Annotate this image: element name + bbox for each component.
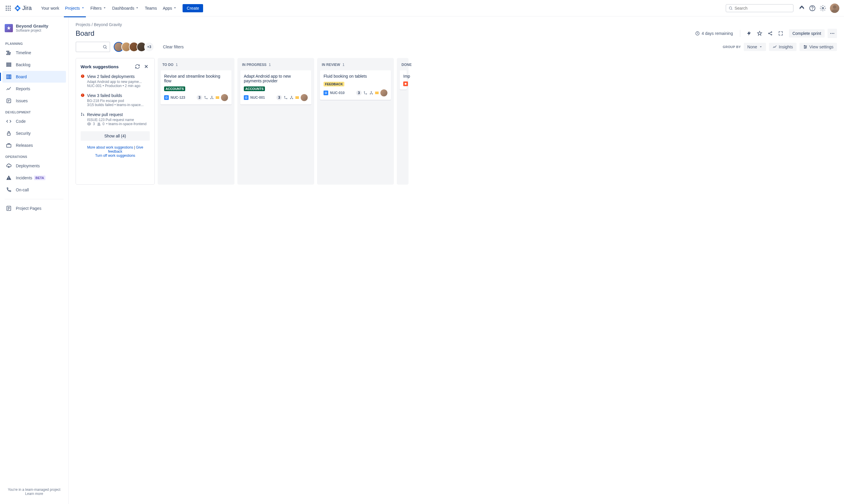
- suggestions-title: Work suggestions: [80, 64, 132, 69]
- story-points: 3: [356, 90, 362, 95]
- sidebar-item-backlog[interactable]: Backlog: [2, 59, 66, 71]
- sidebar-item-code[interactable]: Code: [2, 115, 66, 127]
- sidebar-item-label: Board: [16, 74, 27, 79]
- jira-logo[interactable]: Jira: [14, 5, 32, 12]
- insights-button[interactable]: Insights: [769, 43, 796, 51]
- sidebar-item-releases[interactable]: Releases: [2, 140, 66, 151]
- sidebar-item-security[interactable]: Security: [2, 127, 66, 139]
- svg-point-48: [81, 115, 82, 115]
- sidebar-item-board[interactable]: Board: [2, 71, 66, 83]
- sidebar-item-timeline[interactable]: Timeline: [2, 47, 66, 59]
- sprint-remaining: 4 days remaining: [695, 31, 733, 36]
- learn-more-link[interactable]: Learn more: [25, 492, 43, 496]
- global-search[interactable]: [725, 4, 794, 12]
- project-icon: [5, 24, 13, 32]
- show-all-button[interactable]: Show all (4): [80, 131, 150, 141]
- refresh-icon[interactable]: [134, 63, 141, 70]
- svg-rect-4: [7, 7, 8, 8]
- breadcrumb: Projects / Beyond Gravity: [76, 22, 837, 27]
- settings-icon[interactable]: [818, 3, 828, 13]
- suggestion-item[interactable]: View 2 failed deploymentsAdapt Android a…: [80, 74, 150, 88]
- notifications-icon[interactable]: [797, 3, 807, 13]
- svg-point-60: [284, 96, 285, 97]
- tree-icon: [289, 95, 294, 100]
- column-count: 1: [343, 63, 345, 67]
- help-icon[interactable]: [808, 3, 817, 13]
- svg-rect-2: [10, 5, 11, 6]
- close-icon[interactable]: [143, 63, 150, 70]
- branch-icon: [363, 91, 367, 95]
- assignee-avatar: [301, 94, 308, 101]
- nav-item-projects[interactable]: Projects: [63, 4, 87, 12]
- project-name: Beyond Gravity: [16, 23, 48, 29]
- svg-point-58: [213, 98, 213, 99]
- breadcrumb-root[interactable]: Projects: [76, 22, 91, 27]
- suggestion-meta: 3/15 builds failed • teams-in-space...: [87, 103, 150, 107]
- nav-item-apps[interactable]: Apps: [160, 4, 179, 12]
- clear-filters-button[interactable]: Clear filters: [163, 44, 184, 49]
- chevron-down-icon: [136, 6, 139, 11]
- issue-card[interactable]: Adapt Android app to new payments provid…: [240, 70, 311, 105]
- sidebar-item-on-call[interactable]: On-call: [2, 184, 66, 196]
- suggestion-title: View 3 failed builds: [87, 93, 122, 98]
- create-button[interactable]: Create: [183, 4, 203, 12]
- sidebar-item-incidents[interactable]: IncidentsBETA: [2, 172, 66, 184]
- nav-item-dashboards[interactable]: Dashboards: [110, 4, 142, 12]
- project-header[interactable]: Beyond Gravity Software project: [2, 21, 66, 35]
- branch-icon: [284, 95, 288, 100]
- nav-item-your-work[interactable]: Your work: [39, 4, 61, 12]
- automation-icon[interactable]: [744, 29, 754, 38]
- share-icon[interactable]: [766, 29, 775, 38]
- star-icon[interactable]: [755, 29, 764, 38]
- more-about-link[interactable]: More about work suggestions: [87, 145, 133, 149]
- sidebar-item-issues[interactable]: Issues: [2, 95, 66, 107]
- issue-card[interactable]: Imp: [400, 70, 407, 90]
- suggestion-item[interactable]: Review pull requestISSUE-123 Pull reques…: [80, 112, 150, 126]
- story-icon: [324, 91, 328, 95]
- project-type: Software project: [16, 29, 48, 33]
- group-by-label: GROUP BY: [723, 45, 741, 49]
- suggestion-item[interactable]: View 3 failed buildsBG-218 Fix escape po…: [80, 93, 150, 107]
- nav-item-teams[interactable]: Teams: [142, 4, 159, 12]
- warn-icon: [80, 93, 85, 98]
- svg-rect-65: [325, 92, 327, 94]
- suggestion-subtitle: ISSUE-123 Pull request name: [87, 118, 150, 122]
- svg-rect-19: [7, 64, 11, 65]
- sidebar-item-project-pages[interactable]: Project Pages: [2, 202, 66, 214]
- search-input[interactable]: [734, 6, 791, 11]
- sidebar-item-label: Timeline: [16, 50, 31, 55]
- more-actions-icon[interactable]: [828, 29, 837, 38]
- beta-badge: BETA: [34, 176, 46, 180]
- turn-off-link[interactable]: Turn off work suggestions: [95, 154, 136, 158]
- svg-point-54: [204, 96, 205, 97]
- breadcrumb-current: Beyond Gravity: [94, 22, 122, 27]
- issues-icon: [5, 97, 12, 104]
- svg-point-11: [812, 10, 813, 10]
- fullscreen-icon[interactable]: [776, 29, 785, 38]
- svg-point-38: [804, 46, 805, 46]
- nav-item-filters[interactable]: Filters: [88, 4, 109, 12]
- complete-sprint-button[interactable]: Complete sprint: [789, 29, 825, 37]
- group-by-dropdown[interactable]: None: [744, 43, 766, 51]
- svg-point-9: [729, 7, 732, 9]
- svg-point-35: [832, 33, 833, 34]
- assignee-filter[interactable]: +3: [114, 42, 154, 52]
- sidebar-item-deployments[interactable]: Deployments: [2, 160, 66, 172]
- view-settings-button[interactable]: View settings: [800, 43, 837, 51]
- user-avatar[interactable]: [830, 3, 839, 13]
- suggestion-meta: 30• teams-in-space-frontend: [87, 122, 150, 126]
- sidebar-item-label: On-call: [16, 187, 29, 192]
- svg-rect-15: [7, 51, 9, 52]
- svg-point-39: [806, 47, 807, 48]
- more-avatars[interactable]: +3: [144, 42, 154, 52]
- board-search[interactable]: [76, 42, 110, 52]
- sidebar-item-reports[interactable]: Reports: [2, 83, 66, 95]
- sidebar-item-label: Code: [16, 119, 25, 124]
- svg-rect-43: [82, 77, 83, 77]
- app-switcher-icon[interactable]: [5, 5, 12, 12]
- svg-rect-18: [7, 63, 11, 64]
- issue-card[interactable]: Fluid booking on tabletsFEEDBACKNUC-0103: [320, 70, 391, 100]
- issue-card[interactable]: Revise and streamline booking flowACCOUN…: [161, 70, 232, 105]
- svg-point-31: [768, 33, 769, 34]
- card-tag: FEEDBACK: [324, 82, 344, 87]
